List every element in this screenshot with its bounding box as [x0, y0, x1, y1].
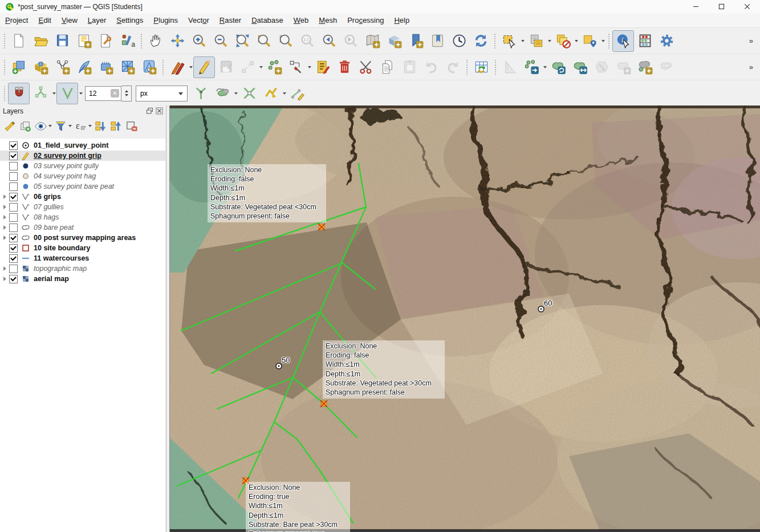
- toolbar-drag-handle[interactable]: [161, 59, 165, 76]
- toolbar-drag-handle[interactable]: [140, 33, 143, 50]
- snapping-tolerance-input[interactable]: 12✕: [85, 86, 121, 101]
- open-project-button[interactable]: [30, 30, 51, 52]
- select-features-dropdown-icon[interactable]: [520, 31, 525, 51]
- toolbar-overflow-button[interactable]: »: [746, 63, 757, 71]
- refresh-map-button[interactable]: [470, 30, 491, 52]
- layer-visibility-checkbox[interactable]: [9, 182, 18, 191]
- snap-type-vertex-button[interactable]: [56, 83, 78, 104]
- menu-item-layer[interactable]: Layer: [83, 14, 112, 26]
- pan-to-selection-button[interactable]: [166, 30, 188, 52]
- layer-visibility-checkbox[interactable]: [9, 224, 18, 232]
- layer-item-08-hags[interactable]: 08 hags: [0, 212, 165, 222]
- cut-features-button[interactable]: [355, 56, 377, 78]
- open-attribute-table-button[interactable]: [470, 56, 492, 78]
- layer-visibility-checkbox[interactable]: [9, 213, 18, 222]
- save-project-button[interactable]: [51, 30, 73, 52]
- new-memory-layer-button[interactable]: [95, 56, 116, 78]
- layer-item-aerial-map[interactable]: aerial map: [0, 274, 165, 284]
- layer-item-05-survey-point-bare-peat[interactable]: 05 survey point bare peat: [0, 181, 165, 192]
- select-by-location-dropdown-icon[interactable]: [600, 31, 605, 51]
- open-data-source-manager-button[interactable]: [8, 56, 30, 78]
- menu-item-web[interactable]: Web: [288, 14, 314, 26]
- layer-styling-button[interactable]: [2, 119, 18, 134]
- expander-icon[interactable]: [0, 224, 9, 232]
- expander-icon[interactable]: [0, 234, 9, 242]
- toolbar-drag-handle[interactable]: [493, 33, 497, 50]
- close-button[interactable]: [734, 0, 760, 13]
- new-mesh-layer-button[interactable]: [138, 56, 160, 78]
- toolbar-drag-handle[interactable]: [3, 85, 6, 102]
- layer-visibility-checkbox[interactable]: [9, 193, 18, 201]
- layer-visibility-checkbox[interactable]: [9, 152, 18, 160]
- rotate-feature-button[interactable]: [547, 56, 569, 78]
- avoid-overlap-button[interactable]: [212, 83, 233, 104]
- add-group-button[interactable]: [18, 119, 33, 134]
- layer-item-09-bare-peat[interactable]: 09 bare peat: [0, 222, 165, 233]
- snap-on-intersection-button[interactable]: [238, 83, 260, 104]
- new-geopackage-layer-button[interactable]: [30, 56, 51, 78]
- new-map-view-button[interactable]: [361, 30, 383, 52]
- vertex-edit-marker[interactable]: [318, 224, 325, 230]
- zoom-full-button[interactable]: [231, 30, 253, 52]
- layer-item-04-survey-point-hag[interactable]: 04 survey point hag: [0, 171, 165, 181]
- toggle-editing-button[interactable]: [193, 56, 215, 78]
- layer-item-01-field-survey-point[interactable]: 01_field_survey_point: [0, 140, 165, 151]
- layer-visibility-checkbox[interactable]: [9, 254, 18, 263]
- layer-visibility-checkbox[interactable]: [9, 162, 18, 170]
- modify-attributes-button[interactable]: [312, 56, 334, 78]
- new-spatial-bookmark-button[interactable]: [405, 30, 426, 52]
- show-layout-manager-button[interactable]: [95, 30, 116, 52]
- menu-item-database[interactable]: Database: [246, 14, 288, 26]
- temporal-controller-button[interactable]: [448, 30, 470, 52]
- copy-move-feature-button[interactable]: [569, 56, 591, 78]
- move-features-dropdown-icon[interactable]: [542, 57, 547, 78]
- new-spatialite-layer-button[interactable]: [73, 56, 95, 78]
- minimize-button[interactable]: [683, 0, 709, 13]
- zoom-to-selection-button[interactable]: [253, 30, 275, 52]
- add-point-feature-button[interactable]: [263, 56, 285, 78]
- vertex-edit-marker[interactable]: [320, 400, 327, 407]
- current-edits-button[interactable]: [166, 56, 188, 78]
- remove-layer-button[interactable]: [124, 119, 139, 134]
- layer-item-02-survey-point-grip[interactable]: 02 survey point grip: [0, 151, 165, 161]
- delete-selected-button[interactable]: [334, 56, 355, 78]
- spinner-arrows[interactable]: [121, 86, 132, 101]
- maximize-button[interactable]: [709, 0, 734, 13]
- menu-item-project[interactable]: Project: [0, 14, 33, 26]
- menu-item-view[interactable]: View: [56, 14, 83, 26]
- toolbar-drag-handle[interactable]: [494, 59, 497, 76]
- select-by-location-button[interactable]: [579, 30, 600, 52]
- expander-icon[interactable]: [0, 203, 9, 211]
- layer-item-11-watercourses[interactable]: 11 watercourses: [0, 253, 165, 263]
- toolbar-drag-handle[interactable]: [3, 33, 6, 50]
- layer-visibility-checkbox[interactable]: [9, 203, 18, 212]
- menu-item-vector[interactable]: Vector: [183, 14, 214, 26]
- collapse-all-button[interactable]: [108, 119, 124, 134]
- options-gear-button[interactable]: [656, 30, 677, 52]
- layer-item-00-post-survey-mapping-areas[interactable]: 00 post survey mapping areas: [0, 233, 165, 243]
- layer-visibility-checkbox[interactable]: [9, 244, 18, 253]
- add-part-button[interactable]: [634, 56, 656, 78]
- snapping-config-dropdown-icon[interactable]: [51, 83, 56, 104]
- new-print-layout-button[interactable]: [73, 30, 95, 52]
- menu-item-processing[interactable]: Processing: [342, 14, 389, 26]
- menu-item-raster[interactable]: Raster: [214, 14, 246, 26]
- self-snapping-button[interactable]: [260, 83, 282, 104]
- filter-legend-dropdown-icon[interactable]: [68, 119, 73, 134]
- menu-item-edit[interactable]: Edit: [33, 14, 56, 26]
- zoom-in-button[interactable]: [188, 30, 210, 52]
- menu-item-help[interactable]: Help: [389, 14, 414, 26]
- statistical-summary-button[interactable]: [634, 30, 656, 52]
- copy-features-button[interactable]: [377, 56, 399, 78]
- layer-visibility-checkbox[interactable]: [9, 275, 18, 283]
- layer-visibility-checkbox[interactable]: [9, 234, 18, 242]
- zoom-last-button[interactable]: [318, 30, 340, 52]
- select-features-button[interactable]: [498, 30, 520, 52]
- select-features-by-value-button[interactable]: [525, 30, 547, 52]
- menu-item-plugins[interactable]: Plugins: [148, 14, 183, 26]
- layer-visibility-checkbox[interactable]: [9, 172, 18, 181]
- digitize-with-segment-dropdown-icon[interactable]: [258, 57, 263, 78]
- topological-editing-button[interactable]: [190, 83, 212, 104]
- new-project-button[interactable]: [8, 30, 30, 52]
- filter-legend-button[interactable]: [53, 119, 68, 134]
